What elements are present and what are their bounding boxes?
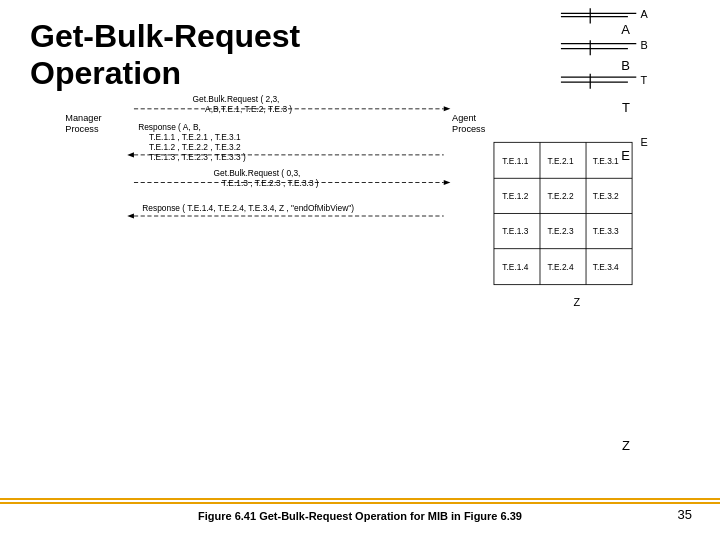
svg-marker-11	[444, 106, 451, 111]
svg-text:T.E.3.4: T.E.3.4	[593, 262, 619, 272]
footer-divider	[0, 498, 720, 500]
svg-text:T.E.2.4: T.E.2.4	[548, 262, 574, 272]
svg-text:T.E.2.2: T.E.2.2	[548, 191, 574, 201]
svg-text:Manager: Manager	[65, 113, 101, 123]
footer-label: Figure 6.41 Get-Bulk-Request Operation f…	[198, 510, 522, 522]
svg-text:T.E.1.2 , T.E.2.2 , T.E.3.2: T.E.1.2 , T.E.2.2 , T.E.3.2	[149, 142, 241, 152]
svg-text:T.E.1.3 , T.E.2.3 , T.E.3.3 ): T.E.1.3 , T.E.2.3 , T.E.3.3 )	[149, 152, 246, 162]
svg-text:T.E.1.3 , T.E.2.3 , T.E.3.3 ): T.E.1.3 , T.E.2.3 , T.E.3.3 )	[222, 178, 319, 188]
svg-text:T.E.3.1: T.E.3.1	[593, 156, 619, 166]
page-number: 35	[678, 507, 692, 522]
svg-marker-21	[444, 180, 451, 185]
svg-text:T.E.1.2: T.E.1.2	[502, 191, 528, 201]
svg-text:E: E	[640, 137, 647, 149]
svg-text:T.E.1.3: T.E.1.3	[502, 226, 528, 236]
svg-text:A,B,T.E.1, T.E.2, T.E.3 ): A,B,T.E.1, T.E.2, T.E.3 )	[205, 104, 292, 114]
sequence-diagram: Manager Process Agent Process Get.Bulk.R…	[0, 0, 720, 360]
svg-text:T.E.3.2: T.E.3.2	[593, 191, 619, 201]
footer: Figure 6.41 Get-Bulk-Request Operation f…	[0, 502, 720, 522]
svg-text:T.E.2.3: T.E.2.3	[548, 226, 574, 236]
label-Z: Z	[622, 438, 630, 453]
svg-marker-25	[127, 213, 134, 218]
svg-text:T: T	[640, 74, 647, 86]
svg-text:B: B	[640, 39, 647, 51]
svg-text:Response ( T.E.1.4, T.E.2.4, T: Response ( T.E.1.4, T.E.2.4, T.E.3.4, Z …	[142, 203, 354, 213]
svg-text:Z: Z	[573, 296, 580, 308]
svg-text:Agent: Agent	[452, 113, 476, 123]
svg-text:T.E.1.1 , T.E.2.1 , T.E.3.1: T.E.1.1 , T.E.2.1 , T.E.3.1	[149, 132, 241, 142]
svg-text:Process: Process	[452, 124, 486, 134]
svg-text:T.E.1.4: T.E.1.4	[502, 262, 528, 272]
svg-text:T.E.1.1: T.E.1.1	[502, 156, 528, 166]
svg-text:Process: Process	[65, 124, 99, 134]
svg-text:T.E.3.3: T.E.3.3	[593, 226, 619, 236]
svg-marker-15	[127, 152, 134, 157]
svg-text:Get.Bulk.Request ( 0,3,: Get.Bulk.Request ( 0,3,	[213, 168, 300, 178]
svg-text:Response ( A, B,: Response ( A, B,	[138, 122, 201, 132]
svg-text:T.E.2.1: T.E.2.1	[548, 156, 574, 166]
svg-text:A: A	[640, 8, 648, 20]
svg-text:Get.Bulk.Request ( 2,3,: Get.Bulk.Request ( 2,3,	[193, 94, 280, 104]
